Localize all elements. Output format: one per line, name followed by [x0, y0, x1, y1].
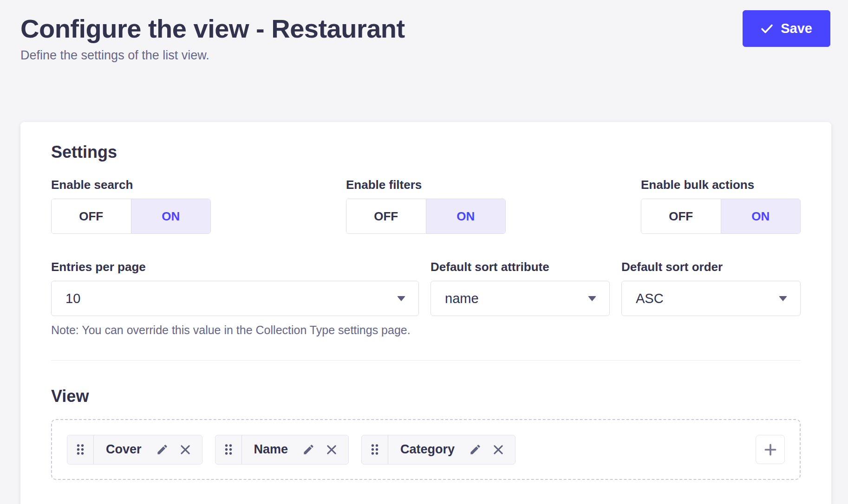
- field-chip-cover[interactable]: Cover: [67, 435, 202, 465]
- pencil-icon: [156, 443, 169, 456]
- pencil-icon: [302, 443, 315, 456]
- enable-bulk-actions-label: Enable bulk actions: [641, 178, 801, 192]
- edit-field-button[interactable]: [297, 435, 320, 464]
- drag-handle-icon[interactable]: [215, 435, 242, 464]
- enable-bulk-actions-toggle[interactable]: OFF ON: [641, 199, 801, 234]
- drag-handle-icon[interactable]: [67, 435, 94, 464]
- toggle-off-option[interactable]: OFF: [52, 199, 131, 233]
- default-sort-attribute-label: Default sort attribute: [431, 260, 610, 274]
- remove-field-button[interactable]: [320, 435, 348, 464]
- enable-search-field: Enable search OFF ON: [51, 178, 211, 234]
- field-chip-label: Cover: [94, 442, 151, 457]
- cross-icon: [325, 443, 338, 456]
- settings-section-heading: Settings: [51, 142, 801, 162]
- cross-icon: [492, 443, 505, 456]
- toggle-off-option[interactable]: OFF: [641, 199, 721, 233]
- selects-row: Entries per page 10 Note: You can overri…: [51, 260, 801, 337]
- entries-per-page-select[interactable]: 10: [51, 281, 419, 316]
- view-fields-dropzone: Cover Name Category: [51, 419, 801, 480]
- default-sort-order-select[interactable]: ASC: [621, 281, 801, 316]
- remove-field-button[interactable]: [174, 435, 202, 464]
- edit-field-button[interactable]: [151, 435, 174, 464]
- toggle-on-option[interactable]: ON: [426, 199, 506, 233]
- enable-bulk-actions-field: Enable bulk actions OFF ON: [641, 178, 801, 234]
- add-field-button[interactable]: [756, 435, 785, 464]
- enable-filters-field: Enable filters OFF ON: [346, 178, 506, 234]
- toggle-off-option[interactable]: OFF: [346, 199, 426, 233]
- page-subtitle: Define the settings of the list view.: [20, 48, 830, 63]
- caret-down-icon: [397, 296, 405, 301]
- toggle-on-option[interactable]: ON: [131, 199, 211, 233]
- default-sort-attribute-value: name: [445, 291, 479, 306]
- default-sort-order-field: Default sort order ASC: [621, 260, 801, 337]
- caret-down-icon: [779, 296, 787, 301]
- field-chip-label: Category: [388, 442, 464, 457]
- default-sort-order-label: Default sort order: [621, 260, 801, 274]
- check-icon: [761, 24, 773, 34]
- cross-icon: [179, 443, 192, 456]
- entries-per-page-label: Entries per page: [51, 260, 419, 274]
- field-chip-name[interactable]: Name: [215, 435, 349, 465]
- entries-per-page-hint: Note: You can override this value in the…: [51, 323, 419, 337]
- save-button-label: Save: [781, 21, 812, 36]
- save-button[interactable]: Save: [743, 10, 830, 47]
- default-sort-order-value: ASC: [636, 291, 664, 306]
- page-title: Configure the view - Restaurant: [20, 13, 830, 45]
- toggle-on-option[interactable]: ON: [721, 199, 801, 233]
- enable-filters-label: Enable filters: [346, 178, 506, 192]
- field-chip-category[interactable]: Category: [361, 435, 515, 465]
- section-divider: [51, 360, 801, 361]
- drag-handle-icon[interactable]: [362, 435, 388, 464]
- enable-search-label: Enable search: [51, 178, 211, 192]
- entries-per-page-field: Entries per page 10 Note: You can overri…: [51, 260, 419, 337]
- remove-field-button[interactable]: [487, 435, 515, 464]
- pencil-icon: [469, 443, 482, 456]
- enable-search-toggle[interactable]: OFF ON: [51, 199, 211, 234]
- default-sort-attribute-select[interactable]: name: [431, 281, 610, 316]
- caret-down-icon: [588, 296, 596, 301]
- settings-card: Settings Enable search OFF ON Enable fil…: [20, 122, 831, 504]
- page-header: Configure the view - Restaurant Define t…: [0, 0, 848, 63]
- edit-field-button[interactable]: [464, 435, 487, 464]
- view-section-heading: View: [51, 387, 801, 406]
- toggles-row: Enable search OFF ON Enable filters OFF …: [51, 178, 801, 234]
- entries-per-page-value: 10: [65, 291, 80, 306]
- enable-filters-toggle[interactable]: OFF ON: [346, 199, 506, 234]
- field-chip-label: Name: [242, 442, 298, 457]
- default-sort-attribute-field: Default sort attribute name: [431, 260, 610, 337]
- plus-icon: [763, 442, 778, 458]
